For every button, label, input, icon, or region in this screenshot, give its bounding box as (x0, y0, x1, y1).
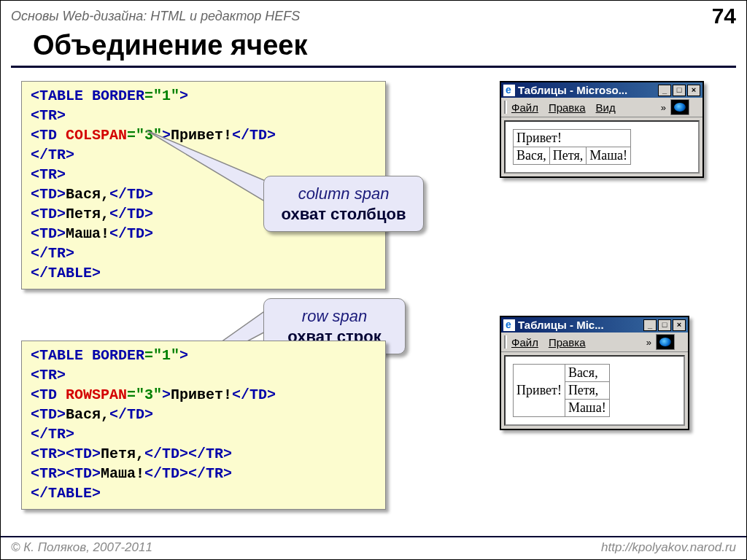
close-button[interactable]: × (673, 319, 686, 331)
callout-line: column span (277, 184, 410, 204)
table-cell: Петя, (549, 147, 586, 165)
slide-header: Основы Web-дизайна: HTML и редактор HEFS… (1, 1, 746, 30)
copyright: © К. Поляков, 2007-2011 (11, 540, 152, 555)
title-rule (11, 66, 736, 68)
maximize-button[interactable]: □ (658, 319, 671, 331)
chevron-right-icon[interactable]: » (661, 102, 666, 113)
throbber-icon (670, 99, 689, 115)
browser-preview-colspan: Таблицы - Microso... _ □ × Файл Правка В… (500, 81, 704, 178)
menu-file[interactable]: Файл (511, 101, 538, 114)
menubar: Файл Правка » (501, 332, 688, 352)
minimize-button[interactable]: _ (643, 319, 657, 331)
client-area: Привет! Вася, Петя, Маша! (504, 120, 700, 174)
browser-preview-rowspan: Таблицы - Mic... _ □ × Файл Правка » При… (500, 316, 689, 430)
window-title: Таблицы - Mic... (518, 319, 604, 331)
slide-footer: © К. Поляков, 2007-2011 http://kpolyakov… (1, 536, 746, 559)
callout-line: охват столбцов (277, 204, 410, 225)
menu-view[interactable]: Вид (596, 101, 616, 114)
footer-url: http://kpolyakov.narod.ru (601, 540, 736, 555)
titlebar: Таблицы - Mic... _ □ × (501, 317, 688, 332)
minimize-button[interactable]: _ (658, 85, 671, 96)
table-cell: Петя, (565, 382, 609, 400)
chevron-right-icon[interactable]: » (646, 337, 651, 348)
code-block-rowspan: <TABLE BORDER="1"> <TR> <TD ROWSPAN="3">… (21, 341, 386, 510)
rendered-table: Привет! Вася, Петя, Маша! (513, 364, 610, 417)
table-cell: Вася, (514, 147, 550, 165)
ie-icon (503, 85, 515, 96)
toolbar-grip-icon (504, 335, 507, 349)
callout-line: row span (277, 306, 392, 327)
course-title: Основы Web-дизайна: HTML и редактор HEFS (11, 9, 300, 24)
page-number: 74 (712, 4, 736, 28)
toolbar-grip-icon (504, 101, 507, 114)
throbber-icon (656, 334, 675, 350)
table-cell: Привет! (514, 365, 565, 417)
menu-edit[interactable]: Правка (549, 336, 586, 349)
slide-title: Объединение ячеек (33, 30, 746, 61)
ie-icon (503, 319, 515, 331)
table-cell: Маша! (587, 147, 631, 165)
table-cell: Маша! (565, 400, 609, 417)
close-button[interactable]: × (687, 85, 700, 96)
window-title: Таблицы - Microso... (518, 84, 627, 96)
menu-edit[interactable]: Правка (549, 101, 586, 114)
client-area: Привет! Вася, Петя, Маша! (504, 355, 685, 426)
menu-file[interactable]: Файл (511, 336, 538, 349)
maximize-button[interactable]: □ (673, 85, 686, 96)
table-cell: Вася, (565, 365, 609, 382)
callout-colspan: column span охват столбцов (263, 176, 424, 232)
table-cell: Привет! (514, 130, 631, 147)
content-area: <TABLE BORDER="1"> <TR> <TD COLSPAN="3">… (1, 81, 746, 510)
menubar: Файл Правка Вид » (501, 98, 703, 117)
titlebar: Таблицы - Microso... _ □ × (501, 82, 703, 98)
rendered-table: Привет! Вася, Петя, Маша! (513, 129, 631, 165)
